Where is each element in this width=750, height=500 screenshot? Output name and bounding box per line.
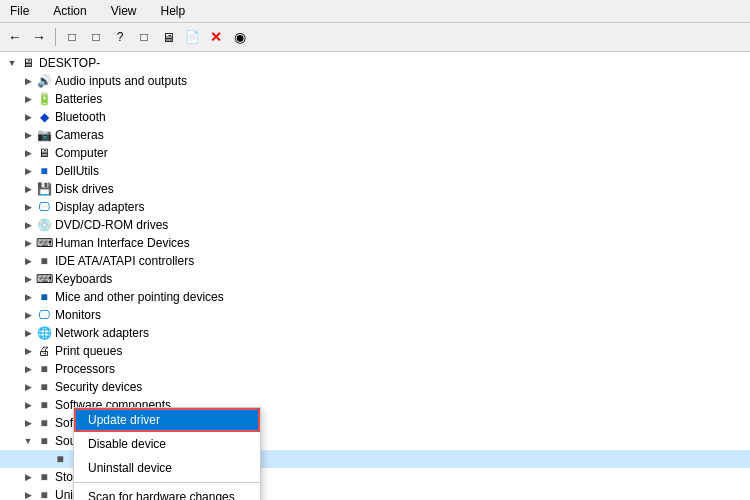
- storage-expand-icon[interactable]: ▶: [20, 469, 36, 485]
- sound-sub-icon: ■: [52, 451, 68, 467]
- menu-view[interactable]: View: [105, 2, 143, 20]
- print-icon: 🖨: [36, 343, 52, 359]
- cameras-icon: 📷: [36, 127, 52, 143]
- keyboards-icon: ⌨: [36, 271, 52, 287]
- dellutils-expand-icon[interactable]: ▶: [20, 163, 36, 179]
- dvd-expand-icon[interactable]: ▶: [20, 217, 36, 233]
- mice-label: Mice and other pointing devices: [55, 290, 224, 304]
- diskdrives-label: Disk drives: [55, 182, 114, 196]
- universal-icon: ■: [36, 487, 52, 500]
- menu-help[interactable]: Help: [155, 2, 192, 20]
- processors-expand-icon[interactable]: ▶: [20, 361, 36, 377]
- tree-item-bluetooth[interactable]: ▶ ◆ Bluetooth: [0, 108, 750, 126]
- batteries-expand-icon[interactable]: ▶: [20, 91, 36, 107]
- context-menu: Update driver Disable device Uninstall d…: [73, 407, 261, 500]
- print-label: Print queues: [55, 344, 122, 358]
- toolbar-close[interactable]: ✕: [205, 26, 227, 48]
- bluetooth-label: Bluetooth: [55, 110, 106, 124]
- dvd-label: DVD/CD-ROM drives: [55, 218, 168, 232]
- print-expand-icon[interactable]: ▶: [20, 343, 36, 359]
- hid-icon: ⌨: [36, 235, 52, 251]
- monitors-icon: 🖵: [36, 307, 52, 323]
- context-menu-scan[interactable]: Scan for hardware changes: [74, 485, 260, 500]
- menu-action[interactable]: Action: [47, 2, 92, 20]
- dellutils-label: DellUtils: [55, 164, 99, 178]
- tree-item-ide[interactable]: ▶ ■ IDE ATA/ATAPI controllers: [0, 252, 750, 270]
- network-icon: 🌐: [36, 325, 52, 341]
- security-expand-icon[interactable]: ▶: [20, 379, 36, 395]
- toolbar-btn-4[interactable]: □: [133, 26, 155, 48]
- toolbar-btn-2[interactable]: □: [85, 26, 107, 48]
- monitors-label: Monitors: [55, 308, 101, 322]
- tree-item-hid[interactable]: ▶ ⌨ Human Interface Devices: [0, 234, 750, 252]
- universal-expand-icon[interactable]: ▶: [20, 487, 36, 500]
- toolbar-back[interactable]: ←: [4, 26, 26, 48]
- computer-label: Computer: [55, 146, 108, 160]
- audio-expand-icon[interactable]: ▶: [20, 73, 36, 89]
- display-icon: 🖵: [36, 199, 52, 215]
- computer-expand-icon[interactable]: ▶: [20, 145, 36, 161]
- tree-item-dellutils[interactable]: ▶ ■ DellUtils: [0, 162, 750, 180]
- tree-item-security[interactable]: ▶ ■ Security devices: [0, 378, 750, 396]
- tree-item-cameras[interactable]: ▶ 📷 Cameras: [0, 126, 750, 144]
- tree-item-dvd[interactable]: ▶ 💿 DVD/CD-ROM drives: [0, 216, 750, 234]
- tree-item-audio[interactable]: ▶ 🔊 Audio inputs and outputs: [0, 72, 750, 90]
- tree-item-print[interactable]: ▶ 🖨 Print queues: [0, 342, 750, 360]
- dellutils-icon: ■: [36, 163, 52, 179]
- toolbar-sep-1: [55, 28, 56, 46]
- diskdrives-expand-icon[interactable]: ▶: [20, 181, 36, 197]
- mice-icon: ■: [36, 289, 52, 305]
- keyboards-expand-icon[interactable]: ▶: [20, 271, 36, 287]
- audio-icon: 🔊: [36, 73, 52, 89]
- toolbar-monitor[interactable]: 🖥: [157, 26, 179, 48]
- computer-node-icon: 🖥: [36, 145, 52, 161]
- toolbar-btn-1[interactable]: □: [61, 26, 83, 48]
- bluetooth-expand-icon[interactable]: ▶: [20, 109, 36, 125]
- toolbar-forward[interactable]: →: [28, 26, 50, 48]
- storage-icon: ■: [36, 469, 52, 485]
- root-expand-icon[interactable]: ▼: [4, 55, 20, 71]
- tree-item-batteries[interactable]: ▶ 🔋 Batteries: [0, 90, 750, 108]
- toolbar-btn-3[interactable]: ?: [109, 26, 131, 48]
- display-label: Display adapters: [55, 200, 144, 214]
- context-menu-disable[interactable]: Disable device: [74, 432, 260, 456]
- display-expand-icon[interactable]: ▶: [20, 199, 36, 215]
- toolbar-help-circle[interactable]: ◉: [229, 26, 251, 48]
- menu-file[interactable]: File: [4, 2, 35, 20]
- softwaredevices-expand-icon[interactable]: ▶: [20, 415, 36, 431]
- tree-item-diskdrives[interactable]: ▶ 💾 Disk drives: [0, 180, 750, 198]
- ide-expand-icon[interactable]: ▶: [20, 253, 36, 269]
- context-menu-separator: [74, 482, 260, 483]
- security-label: Security devices: [55, 380, 142, 394]
- content-area: ▼ 🖥 DESKTOP- ▶ 🔊 Audio inputs and output…: [0, 52, 750, 500]
- processors-label: Processors: [55, 362, 115, 376]
- tree-item-network[interactable]: ▶ 🌐 Network adapters: [0, 324, 750, 342]
- tree-item-monitors[interactable]: ▶ 🖵 Monitors: [0, 306, 750, 324]
- tree-item-processors[interactable]: ▶ ■ Processors: [0, 360, 750, 378]
- mice-expand-icon[interactable]: ▶: [20, 289, 36, 305]
- processors-icon: ■: [36, 361, 52, 377]
- toolbar: ← → □ □ ? □ 🖥 📄 ✕ ◉: [0, 23, 750, 52]
- softwarecomponents-icon: ■: [36, 397, 52, 413]
- sound-expand-icon[interactable]: ▼: [20, 433, 36, 449]
- cameras-label: Cameras: [55, 128, 104, 142]
- network-expand-icon[interactable]: ▶: [20, 325, 36, 341]
- cameras-expand-icon[interactable]: ▶: [20, 127, 36, 143]
- tree-item-display[interactable]: ▶ 🖵 Display adapters: [0, 198, 750, 216]
- context-menu-update[interactable]: Update driver: [74, 408, 260, 432]
- tree-root[interactable]: ▼ 🖥 DESKTOP-: [0, 54, 750, 72]
- batteries-label: Batteries: [55, 92, 102, 106]
- toolbar-doc[interactable]: 📄: [181, 26, 203, 48]
- ide-label: IDE ATA/ATAPI controllers: [55, 254, 194, 268]
- softwarecomponents-expand-icon[interactable]: ▶: [20, 397, 36, 413]
- dvd-icon: 💿: [36, 217, 52, 233]
- batteries-icon: 🔋: [36, 91, 52, 107]
- hid-expand-icon[interactable]: ▶: [20, 235, 36, 251]
- tree-item-mice[interactable]: ▶ ■ Mice and other pointing devices: [0, 288, 750, 306]
- root-label: DESKTOP-: [39, 56, 100, 70]
- tree-item-keyboards[interactable]: ▶ ⌨ Keyboards: [0, 270, 750, 288]
- tree-item-computer[interactable]: ▶ 🖥 Computer: [0, 144, 750, 162]
- network-label: Network adapters: [55, 326, 149, 340]
- context-menu-uninstall[interactable]: Uninstall device: [74, 456, 260, 480]
- monitors-expand-icon[interactable]: ▶: [20, 307, 36, 323]
